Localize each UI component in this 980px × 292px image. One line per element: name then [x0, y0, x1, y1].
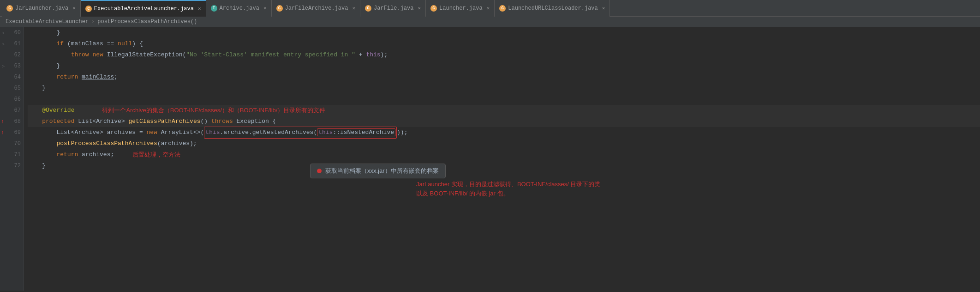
tab-close-jar-file[interactable]: ✕	[418, 5, 421, 11]
editor: ▷ 60 ▷ 61 62 ▷ 63 64 65 66 67 ↑ 68	[0, 27, 980, 291]
tab-launcher[interactable]: C Launcher.java ✕	[426, 0, 495, 17]
tab-archive[interactable]: I Archive.java ✕	[206, 0, 272, 17]
code-line-66	[28, 94, 980, 105]
code-line-60: }	[28, 27, 980, 38]
annotation-note: JarLauncher 实现，目的是过滤获得、BOOT-INF/classes/…	[416, 180, 600, 198]
tab-icon-launcher: C	[430, 5, 437, 12]
tooltip-container: 获取当前档案（xxx.jar）中所有嵌套的档案	[310, 164, 446, 178]
tab-close-exe-launcher[interactable]: ✕	[198, 6, 201, 12]
tab-close-jar-launcher[interactable]: ✕	[72, 5, 76, 11]
tooltip-box: 获取当前档案（xxx.jar）中所有嵌套的档案	[310, 164, 446, 178]
code-line-61: if (mainClass == null) {	[28, 38, 980, 49]
comment-67: 得到一个Archive的集合（BOOT-INF/classes/）和（BOOT-…	[102, 105, 325, 116]
error-icon-68: ↑	[1, 119, 4, 124]
tab-bar: C JarLauncher.java ✕ C ExecutableArchive…	[0, 0, 980, 17]
gutter-63: ▷ 63	[0, 61, 24, 72]
code-line-68: protected List<Archive> getClassPathArch…	[28, 116, 980, 127]
line-gutter: ▷ 60 ▷ 61 62 ▷ 63 64 65 66 67 ↑ 68	[0, 27, 24, 291]
code-line-64: return mainClass;	[28, 72, 980, 83]
comment-71: 后置处理，空方法	[132, 149, 180, 160]
tab-label-exe-launcher: ExecutableArchiveLauncher.java	[94, 6, 194, 12]
highlight-box-this-isnested: this::isNestedArchive	[317, 128, 395, 136]
tab-close-launcher[interactable]: ✕	[487, 5, 490, 11]
tab-label-jar-file: JarFile.java	[374, 5, 413, 12]
tab-close-jar-file-archive[interactable]: ✕	[352, 5, 355, 11]
code-line-62: throw new IllegalStateException("No 'Sta…	[28, 49, 980, 61]
gutter-61: ▷ 61	[0, 38, 24, 49]
tooltip-text: 获取当前档案（xxx.jar）中所有嵌套的档案	[325, 167, 439, 175]
gutter-67: 67	[0, 105, 24, 116]
gutter-60: ▷ 60	[0, 27, 24, 38]
fold-icon-63[interactable]: ▷	[2, 63, 5, 69]
gutter-66: 66	[0, 94, 24, 105]
tab-icon-launched-url: C	[499, 5, 506, 12]
gutter-68: ↑ 68	[0, 116, 24, 127]
gutter-71: 71	[0, 149, 24, 160]
tooltip-dot	[317, 169, 322, 173]
tab-label-launched-url: LaunchedURLClassLoader.java	[508, 5, 598, 12]
tab-label-launcher: Launcher.java	[439, 5, 483, 12]
breadcrumb-class[interactable]: ExecutableArchiveLauncher	[6, 18, 89, 25]
tab-icon-jar-file-archive: C	[276, 5, 283, 12]
code-content: } if (mainClass == null) { throw new Ill…	[24, 27, 980, 291]
tab-jar-file-archive[interactable]: C JarFileArchive.java ✕	[272, 0, 360, 17]
code-line-72: }	[28, 160, 980, 171]
gutter-72: 72	[0, 160, 24, 171]
code-line-69: List<Archive> archives = new ArrayList<>…	[28, 127, 980, 138]
tab-icon-jar-launcher: C	[6, 5, 13, 12]
error-icon-69: ↑	[1, 130, 4, 135]
tab-jar-launcher[interactable]: C JarLauncher.java ✕	[2, 0, 81, 17]
breadcrumb-separator: ›	[91, 18, 95, 25]
code-line-70: postProcessClassPathArchives(archives);	[28, 138, 980, 149]
fold-icon-61[interactable]: ▷	[2, 41, 5, 47]
gutter-62: 62	[0, 49, 24, 61]
breadcrumb-method[interactable]: postProcessClassPathArchives()	[97, 18, 197, 25]
tab-jar-file[interactable]: C JarFile.java ✕	[360, 0, 426, 17]
gutter-70: 70	[0, 138, 24, 149]
code-line-65: }	[28, 83, 980, 94]
fold-icon-60[interactable]: ▷	[2, 30, 5, 36]
gutter-65: 65	[0, 83, 24, 94]
annotation-bottom-text: JarLauncher 实现，目的是过滤获得、BOOT-INF/classes/…	[416, 181, 600, 197]
code-line-71: return archives; 后置处理，空方法	[28, 149, 980, 160]
tab-icon-exe-launcher: C	[85, 6, 92, 12]
highlight-box-this-archive: this.archive.getNestedArchives(this::isN…	[204, 127, 397, 139]
code-line-63: }	[28, 61, 980, 72]
tab-close-archive[interactable]: ✕	[263, 5, 267, 11]
tab-launched-url[interactable]: C LaunchedURLClassLoader.java ✕	[495, 0, 610, 17]
tab-close-launched-url[interactable]: ✕	[602, 5, 605, 11]
tab-icon-archive: I	[211, 5, 217, 12]
tab-icon-jar-file: C	[365, 5, 371, 12]
gutter-64: 64	[0, 72, 24, 83]
code-line-67: @Override 得到一个Archive的集合（BOOT-INF/classe…	[28, 105, 980, 116]
tab-exe-launcher[interactable]: C ExecutableArchiveLauncher.java ✕	[81, 0, 206, 17]
tab-label-archive: Archive.java	[220, 5, 259, 12]
gutter-69: ↑ 69	[0, 127, 24, 138]
tab-label-jar-file-archive: JarFileArchive.java	[285, 5, 348, 12]
breadcrumb: ExecutableArchiveLauncher › postProcessC…	[0, 17, 980, 27]
tab-label-jar-launcher: JarLauncher.java	[15, 5, 68, 12]
